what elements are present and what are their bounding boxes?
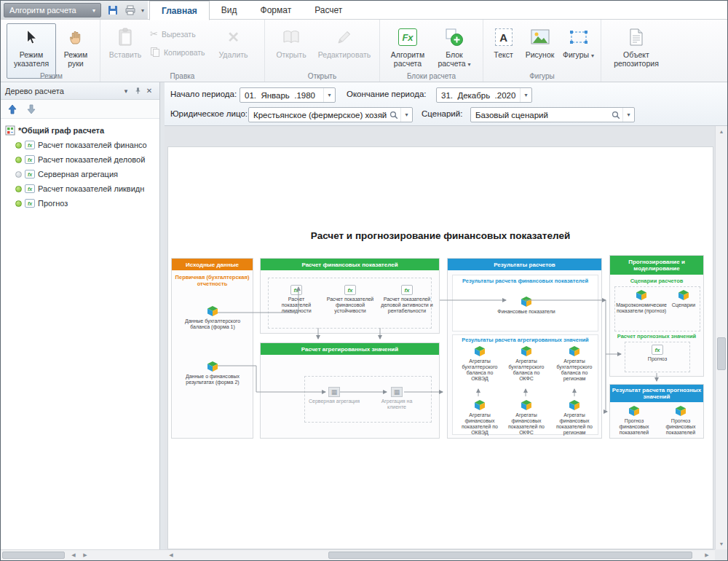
group-source-data[interactable]: Исходные данные Первичная (бухгалтерская… <box>171 258 253 439</box>
move-up-button[interactable] <box>4 102 20 117</box>
diagram-node-agg-balance-okfs[interactable]: Агрегаты бухгалтерского баланса по ОКФС <box>505 345 547 382</box>
diagram-node-macro-forecast[interactable]: Макроэкономические показатели (прогноз) <box>617 289 665 314</box>
shapes-button[interactable]: Фигуры ▾ <box>560 23 597 61</box>
repository-object-button[interactable]: Объект репозитория <box>605 23 668 68</box>
legal-entity-label: Юридическое лицо: <box>170 109 248 118</box>
calc-tree: *Общий граф расчета fx Расчет показателе… <box>1 119 159 211</box>
cube-icon <box>675 405 687 417</box>
diagram-node-forecast-calc[interactable]: fx Прогноз <box>636 345 679 362</box>
search-icon <box>387 111 400 119</box>
tree-item-label: Прогноз <box>38 199 68 208</box>
period-start-label: Начало периода: <box>170 90 237 98</box>
cube-icon <box>628 405 640 417</box>
tab-home[interactable]: Главная <box>149 1 210 20</box>
group-label-shapes: Фигуры <box>483 72 601 80</box>
diagram-node-agg-fin-okved[interactable]: Агрегаты финансовых показателей по ОКВЭД <box>459 399 501 436</box>
diagram-node-forecast-fin-1[interactable]: Прогноз финансовых показателей <box>613 405 655 436</box>
diagram-canvas[interactable]: Расчет и прогнозирование финансовых пока… <box>165 126 715 549</box>
text-shape-button[interactable]: A Текст <box>487 23 520 60</box>
print-button[interactable] <box>122 3 139 17</box>
period-end-label: Окончание периода: <box>347 90 427 98</box>
tree-root-item[interactable]: *Общий граф расчета <box>1 123 159 138</box>
group-label-open: Открыть <box>265 72 379 80</box>
diagram-node-activity-calc[interactable]: fx Расчет показателей деловой активности… <box>380 285 434 314</box>
tab-calculation[interactable]: Расчет <box>303 1 354 20</box>
edit-small-buttons: ✂ Вырезать Копировать <box>146 23 209 60</box>
fx-block-icon: fx <box>25 141 35 149</box>
bottom-scroll-area: ◀ ▶ ◀ ▶ <box>1 549 727 560</box>
diagram-node-balance-data[interactable]: Данные бухгалтерского баланса (форма 1) <box>181 305 244 330</box>
diagram-node-agg-balance-okved[interactable]: Агрегаты бухгалтерского баланса по ОКВЭД <box>459 345 501 382</box>
diagram-node-scenarios[interactable]: Сценарии <box>668 289 699 308</box>
diagram-node-agg-fin-okfs[interactable]: Агрегаты финансовых показателей по ОКФС <box>505 399 547 436</box>
diagram-node-fin-indicators[interactable]: Финансовые показатели <box>495 296 558 315</box>
scenario-combo[interactable]: Базовый сценарий ▾ <box>470 107 635 122</box>
paste-button[interactable]: Вставить <box>104 23 146 60</box>
group-agg-calc[interactable]: Расчет агрегированных значений ▦ Серверн… <box>260 342 440 439</box>
period-start-combo[interactable]: 01. Январь .1980 ▾ <box>240 87 336 103</box>
panel-menu-button[interactable]: ▾ <box>120 85 132 97</box>
scroll-up-button[interactable]: ▲ <box>716 126 727 137</box>
quick-access-dropdown[interactable]: ▾ <box>138 3 148 17</box>
canvas-scroll-right-button[interactable]: ▶ <box>701 550 713 560</box>
save-button[interactable] <box>104 3 122 17</box>
close-panel-button[interactable]: ✕ <box>143 85 155 97</box>
canvas-hscroll-thumb[interactable] <box>328 552 692 559</box>
diagram-node-client-aggregation[interactable]: ▦ Агрегация на клиенте <box>371 387 422 410</box>
open-button[interactable]: Открыть <box>269 23 314 60</box>
cut-button[interactable]: ✂ Вырезать <box>146 26 209 42</box>
diagram-node-server-aggregation[interactable]: ▦ Серверная агрегация <box>309 387 360 404</box>
tree-item[interactable]: fx Прогноз <box>1 196 159 211</box>
diagram-node-agg-balance-region[interactable]: Агрегаты бухгалтерского баланса по регио… <box>553 345 596 382</box>
tree-hscroll-thumb[interactable] <box>2 552 65 559</box>
group-header: Расчет агрегированных значений <box>261 343 439 355</box>
legal-entity-combo[interactable]: Крестьянское (фермерское) хозяй ▾ <box>248 107 413 122</box>
group-fin-calc[interactable]: Расчет финансовых показателей fx Расчет … <box>260 258 440 334</box>
picture-button[interactable]: Рисунок <box>520 23 560 60</box>
tree-panel-title: Дерево расчета <box>5 87 64 95</box>
shapes-icon <box>569 26 589 49</box>
tree-scroll-right-button[interactable]: ▶ <box>79 550 91 560</box>
diagram-node-fin-results-data[interactable]: Данные о финансовых результатах (форма 2… <box>181 361 244 385</box>
vertical-scroll-thumb[interactable] <box>717 337 726 370</box>
delete-button[interactable]: ✕ Удалить <box>213 23 254 60</box>
tree-toolbar <box>1 100 159 119</box>
calc-algorithm-button[interactable]: Fx Алгоритм расчета <box>384 23 432 68</box>
app-menu-button[interactable]: Алгоритм расчета ▾ <box>4 3 101 17</box>
pointer-mode-button[interactable]: Режим указателя <box>7 23 56 79</box>
copy-button[interactable]: Копировать <box>146 44 209 60</box>
tree-item[interactable]: fx Расчет показателей ликвидн <box>1 181 159 196</box>
diagram-node-liquidity-calc[interactable]: fx Расчет показателей ликвидности <box>274 285 319 314</box>
cube-icon <box>207 361 218 372</box>
calc-block-button[interactable]: Блок расчета ▾ <box>432 23 477 69</box>
group-forecasting[interactable]: Прогнозирование и моделирование Сценарии… <box>609 255 704 377</box>
group-results[interactable]: Результаты расчетов Результаты расчета ф… <box>447 258 602 439</box>
group-forecast-result[interactable]: Результат расчета прогнозных значений Пр… <box>609 384 704 439</box>
tab-format[interactable]: Формат <box>249 1 304 20</box>
picture-icon <box>531 26 550 49</box>
book-icon <box>282 26 301 49</box>
group-header: Исходные данные <box>172 259 253 270</box>
tree-scroll-left-button[interactable]: ◀ <box>68 550 79 560</box>
fx-block-icon: fx <box>401 285 413 295</box>
tree-item[interactable]: fx Расчет показателей деловой <box>1 152 159 167</box>
diagram-node-stability-calc[interactable]: fx Расчет показателей финансовой устойчи… <box>325 285 376 314</box>
canvas-scroll-left-button[interactable]: ◀ <box>165 550 177 560</box>
group-header: Результат расчета прогнозных значений <box>610 385 703 402</box>
hand-mode-button[interactable]: Режим руки <box>56 23 95 68</box>
move-down-button[interactable] <box>23 102 39 117</box>
diagram-page: Расчет и прогнозирование финансовых пока… <box>167 146 713 549</box>
arrow-down-icon <box>27 104 36 114</box>
diagram-node-agg-fin-region[interactable]: Агрегаты финансовых показателей по регио… <box>553 399 596 436</box>
edit-object-button[interactable]: Редактировать <box>314 23 375 60</box>
tab-view[interactable]: Вид <box>210 1 249 20</box>
vertical-scrollbar[interactable]: ▲ ▼ <box>715 126 727 549</box>
scroll-down-button[interactable]: ▼ <box>716 538 727 549</box>
diagram-node-forecast-fin-2[interactable]: Прогноз финансовых показателей <box>660 405 702 436</box>
group-subtitle: Расчет прогнозных значений <box>610 334 703 340</box>
pin-panel-button[interactable] <box>132 85 143 97</box>
fx-block-icon: fx <box>25 199 35 208</box>
tree-item[interactable]: fx Серверная агрегация <box>1 167 159 181</box>
period-end-combo[interactable]: 31. Декабрь .2020 ▾ <box>436 87 532 103</box>
tree-item[interactable]: fx Расчет показателей финансо <box>1 138 159 152</box>
